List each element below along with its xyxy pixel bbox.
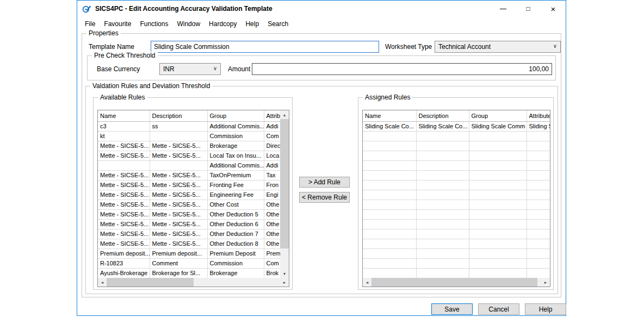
cell-description: Mette - SICSE-5... [150,220,207,229]
table-cell [363,190,416,200]
table-row[interactable]: Additional Commis... Addi [98,161,280,171]
cell-group: Other Deduction 5 [207,210,264,220]
column-header[interactable]: Group [469,110,527,122]
table-cell [469,200,527,210]
help-button[interactable]: Help [525,303,566,315]
table-row-empty[interactable] [363,171,550,181]
cell-description: Mette - SICSE-5... [150,151,207,161]
table-row-empty[interactable] [363,141,550,151]
cancel-button[interactable]: Cancel [478,303,519,315]
table-row-empty[interactable] [363,259,550,269]
table-row[interactable]: Sliding Scale Co... Sliding Scale Co... … [363,122,550,132]
table-cell [469,161,527,171]
cell-attribute: Prem [264,249,280,259]
horizontal-scrollbar[interactable]: ◄ ► [363,278,550,287]
amount-input[interactable] [252,63,552,75]
cell-description: Sliding Scale Co... [416,122,469,132]
amount-label: Amount [228,64,250,74]
menu-item[interactable]: Hardcopy [205,18,241,30]
scroll-right-icon[interactable]: ► [541,278,550,287]
table-row-empty[interactable] [363,161,550,171]
table-row-empty[interactable] [363,229,550,239]
base-currency-select[interactable]: INR ∨ [159,63,221,75]
table-row[interactable]: Mette - SICSE-5... Mette - SICSE-5... Ot… [98,210,280,220]
table-row[interactable]: Premium deposit... Premium deposit... Pr… [98,249,280,259]
table-cell [469,269,527,278]
table-row[interactable]: R-10823 Comment Commission Com [98,259,280,269]
table-row-empty[interactable] [363,200,550,210]
column-header[interactable]: Name [98,110,150,122]
cell-attribute: Addi [264,122,280,132]
menu-item[interactable]: Favourite [100,18,135,30]
table-row-empty[interactable] [363,210,550,220]
scroll-down-icon[interactable]: ▼ [280,269,289,278]
table-cell [527,141,550,151]
cell-description: Premium deposit... [150,249,207,259]
menu-item[interactable]: Functions [135,18,172,30]
table-row[interactable]: Mette - SICSE-5... Mette - SICSE-5... Br… [98,141,280,151]
save-button[interactable]: Save [431,303,473,315]
scroll-up-icon[interactable]: ▲ [280,110,289,119]
table-row[interactable]: Mette - SICSE-5... Mette - SICSE-5... Ot… [98,239,280,249]
table-row-empty[interactable] [363,239,550,249]
chevron-down-icon: ∨ [213,65,217,71]
menu-item[interactable]: Window [172,18,205,30]
table-row[interactable]: Mette - SICSE-5... Mette - SICSE-5... Ot… [98,200,280,210]
table-row-empty[interactable] [363,269,550,278]
template-name-input[interactable] [151,41,379,53]
cell-group: Fronting Fee [207,181,264,190]
menu-item[interactable]: File [81,18,100,30]
table-row[interactable]: kt Commission Com [98,132,280,141]
scrollbar-thumb[interactable] [371,278,537,287]
cell-description: ss [150,122,207,132]
vertical-scrollbar[interactable]: ▲ ▼ [280,110,289,278]
maximize-button[interactable]: □ [516,1,541,17]
column-header[interactable]: Name [363,110,416,122]
table-row[interactable]: Mette - SICSE-5... Mette - SICSE-5... Ta… [98,171,280,181]
table-row-empty[interactable] [363,181,550,190]
column-header[interactable]: Description [150,110,207,122]
menu-item[interactable]: Help [241,18,263,30]
column-header[interactable]: Attribute [264,110,280,122]
table-row-empty[interactable] [363,151,550,161]
cell-group: Other Deduction 7 [207,229,264,239]
table-cell [416,239,469,249]
table-row-empty[interactable] [363,190,550,200]
table-cell [363,200,416,210]
scroll-left-icon[interactable]: ◄ [363,278,371,287]
worksheet-type-select[interactable]: Technical Account ∨ [435,41,561,53]
column-header[interactable]: Attribute [527,110,550,122]
add-rule-button[interactable]: > Add Rule [299,177,350,188]
table-row[interactable]: c3 ss Additional Commis... Addi [98,122,280,132]
scrollbar-thumb[interactable] [107,278,194,287]
remove-rule-button[interactable]: < Remove Rule [299,192,350,203]
minimize-button[interactable]: — [491,1,516,17]
table-row[interactable]: Mette - SICSE-5... Mette - SICSE-5... En… [98,190,280,200]
table-row[interactable]: Ayushi-Brokerage Brokerage for Sl... Bro… [98,269,280,278]
table-row-empty[interactable] [363,220,550,229]
table-row[interactable]: Mette - SICSE-5... Mette - SICSE-5... Ot… [98,229,280,239]
cell-group: Other Cost [207,200,264,210]
cell-name: Mette - SICSE-5... [98,141,150,151]
column-header[interactable]: Group [207,110,264,122]
table-cell [363,269,416,278]
table-cell [527,151,550,161]
scroll-left-icon[interactable]: ◄ [98,278,107,287]
table-row[interactable]: Mette - SICSE-5... Mette - SICSE-5... Fr… [98,181,280,190]
column-header[interactable]: Description [416,110,469,122]
scrollbar-thumb[interactable] [280,119,289,248]
table-cell [527,210,550,220]
cell-name: Mette - SICSE-5... [98,239,150,249]
cell-description: Mette - SICSE-5... [150,181,207,190]
scroll-right-icon[interactable]: ► [280,278,289,287]
table-row[interactable]: Mette - SICSE-5... Mette - SICSE-5... Ot… [98,220,280,229]
table-row-empty[interactable] [363,132,550,141]
table-row-empty[interactable] [363,249,550,259]
table-cell [416,220,469,229]
close-button[interactable]: × [541,1,566,17]
validation-rules-group: Valdation Rules and Deviation Threshold … [85,86,558,294]
menu-item[interactable]: Search [263,18,293,30]
horizontal-scrollbar[interactable]: ◄ ► [98,278,289,287]
table-row[interactable]: Mette - SICSE-5... Mette - SICSE-5... Lo… [98,151,280,161]
table-cell [527,229,550,239]
